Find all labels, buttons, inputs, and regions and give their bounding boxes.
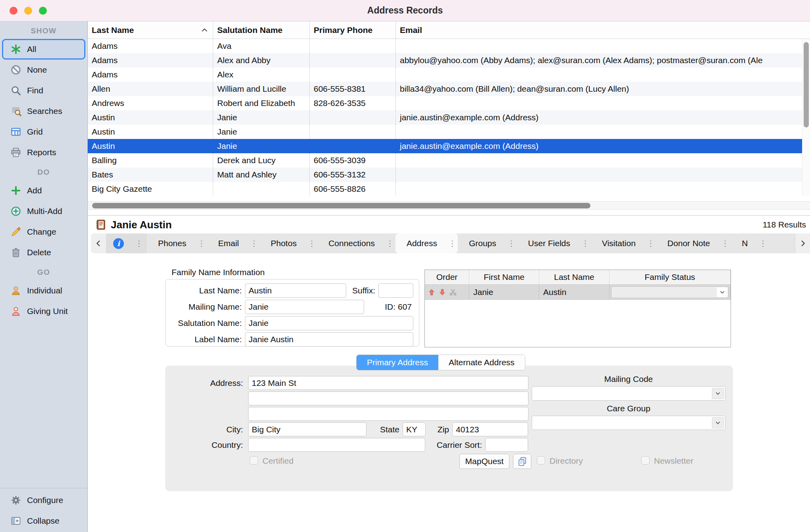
sidebar-item-add[interactable]: Add bbox=[2, 180, 85, 201]
table-row[interactable]: AndrewsRobert and Elizabeth828-626-3535 bbox=[88, 96, 802, 110]
tab-n[interactable]: N bbox=[731, 233, 768, 253]
table-cell bbox=[310, 110, 396, 125]
sidebar-item-change[interactable]: Change bbox=[2, 222, 85, 242]
mailing-code-dropdown[interactable] bbox=[532, 386, 725, 401]
tab-label: Visitation bbox=[602, 239, 636, 248]
last-name-input[interactable] bbox=[245, 283, 346, 298]
table-cell: Janie bbox=[213, 139, 310, 153]
address-tab-primary-address[interactable]: Primary Address bbox=[357, 355, 438, 370]
tab-email[interactable]: Email bbox=[207, 233, 260, 253]
tab-label: N bbox=[742, 239, 748, 248]
suffix-input[interactable] bbox=[378, 283, 413, 298]
country-input[interactable] bbox=[248, 438, 425, 452]
directory-label: Directory bbox=[550, 456, 583, 466]
care-group-dropdown[interactable] bbox=[532, 416, 725, 430]
directory-checkbox[interactable] bbox=[537, 456, 545, 465]
delete-icon bbox=[10, 247, 21, 258]
tab-groups[interactable]: Groups bbox=[458, 233, 517, 253]
table-row[interactable]: AustinJaniejanie.austin@example.com (Add… bbox=[88, 139, 802, 153]
tab-phones[interactable]: Phones bbox=[147, 233, 207, 253]
chevron-left-icon bbox=[94, 239, 103, 248]
tab-photos[interactable]: Photos bbox=[260, 233, 317, 253]
sidebar-item-searches[interactable]: Searches bbox=[2, 101, 85, 121]
table-row[interactable]: AllenWilliam and Lucille606-555-8381bill… bbox=[88, 82, 802, 96]
family-grid-family-status bbox=[609, 285, 731, 299]
family-grid-row[interactable]: JanieAustin bbox=[425, 285, 731, 300]
city-input[interactable] bbox=[248, 422, 366, 436]
individual-icon bbox=[10, 285, 21, 296]
table-row[interactable]: AustinJanie bbox=[88, 125, 802, 139]
column-header-label: Salutation Name bbox=[217, 25, 283, 35]
table-row[interactable]: AdamsAlex and Abbyabbylou@yahoo.com (Abb… bbox=[88, 53, 802, 67]
table-cell: Allen bbox=[88, 82, 213, 96]
table-row[interactable]: BatesMatt and Ashley606-555-3132 bbox=[88, 168, 802, 182]
horizontal-scrollbar-thumb[interactable] bbox=[92, 203, 590, 208]
sidebar-item-grid[interactable]: Grid bbox=[2, 121, 85, 142]
sidebar-item-none[interactable]: None bbox=[2, 60, 85, 80]
tabs-scroll-left-button[interactable] bbox=[91, 233, 106, 253]
table-row[interactable]: BallingDerek and Lucy606-555-3039 bbox=[88, 153, 802, 168]
sidebar-item-individual[interactable]: Individual bbox=[2, 280, 85, 301]
vertical-scrollbar-thumb[interactable] bbox=[804, 42, 809, 127]
sidebar-item-giving-unit[interactable]: Giving Unit bbox=[2, 301, 85, 322]
sidebar-item-delete[interactable]: Delete bbox=[2, 242, 85, 263]
table-cell: 606-555-3132 bbox=[310, 168, 396, 182]
mapquest-button[interactable]: MapQuest bbox=[459, 454, 509, 469]
column-header-email[interactable]: Email bbox=[396, 21, 802, 39]
traffic-lights bbox=[10, 7, 47, 15]
tab-donor-note[interactable]: Donor Note bbox=[656, 233, 731, 253]
sidebar-item-label: Collapse bbox=[27, 516, 60, 526]
tabs-scroll-right-button[interactable] bbox=[795, 233, 810, 253]
close-button[interactable] bbox=[10, 7, 17, 15]
column-header-last-name[interactable]: Last Name bbox=[88, 21, 213, 39]
sidebar-item-reports[interactable]: Reports bbox=[2, 142, 85, 163]
table-cell bbox=[310, 67, 396, 82]
family-grid-column-first-name: First Name bbox=[469, 270, 539, 284]
zoom-button[interactable] bbox=[39, 7, 47, 15]
sidebar-item-collapse[interactable]: Collapse bbox=[2, 511, 85, 531]
sidebar-item-configure[interactable]: Configure bbox=[2, 490, 85, 511]
address-tab-alternate-address[interactable]: Alternate Address bbox=[438, 355, 525, 370]
zip-input[interactable] bbox=[452, 422, 528, 436]
table-cell: 606-555-3039 bbox=[310, 153, 396, 168]
sidebar-item-find[interactable]: Find bbox=[2, 80, 85, 101]
tab-grip-icon bbox=[580, 239, 591, 248]
sidebar-item-all[interactable]: All bbox=[2, 39, 85, 60]
certified-checkbox[interactable] bbox=[250, 456, 258, 465]
tab-visitation[interactable]: Visitation bbox=[591, 233, 656, 253]
detach-member-button[interactable] bbox=[448, 287, 458, 297]
table-row[interactable]: AdamsAva bbox=[88, 39, 802, 53]
family-grid-last-name: Austin bbox=[539, 285, 609, 299]
sidebar-item-multi-add[interactable]: Multi-Add bbox=[2, 201, 85, 222]
label-name-label: Label Name: bbox=[171, 335, 245, 344]
tab-connections[interactable]: Connections bbox=[317, 233, 395, 253]
minimize-button[interactable] bbox=[24, 7, 32, 15]
salutation-name-input[interactable] bbox=[245, 316, 413, 330]
tab-address[interactable]: Address bbox=[395, 233, 458, 253]
address-box: Address: City: State Zip Country: Carrie… bbox=[165, 366, 733, 491]
tab-user-fields[interactable]: User Fields bbox=[517, 233, 591, 253]
move-up-button[interactable] bbox=[426, 287, 436, 297]
table-row[interactable]: AustinJaniejanie.austin@example.com (Add… bbox=[88, 110, 802, 125]
column-header-salutation-name[interactable]: Salutation Name bbox=[213, 21, 310, 39]
table-row[interactable]: AdamsAlex bbox=[88, 67, 802, 82]
newsletter-checkbox[interactable] bbox=[641, 456, 650, 465]
sidebar-sections: SHOWAllNoneFindSearchesGridReportsDOAddM… bbox=[0, 21, 87, 322]
label-name-input[interactable] bbox=[245, 332, 413, 347]
move-down-button[interactable] bbox=[437, 287, 447, 297]
tab-info[interactable] bbox=[106, 233, 147, 253]
down-arrow-icon bbox=[438, 288, 447, 297]
certified-label: Certified bbox=[262, 456, 293, 466]
table-row[interactable]: Big City Gazette606-555-8826 bbox=[88, 182, 802, 196]
family-status-dropdown[interactable] bbox=[611, 286, 729, 298]
address-line1-input[interactable] bbox=[248, 376, 528, 390]
none-icon bbox=[10, 64, 21, 75]
copy-address-button[interactable] bbox=[513, 454, 531, 469]
column-header-primary-phone[interactable]: Primary Phone bbox=[310, 21, 396, 39]
carrier-sort-input[interactable] bbox=[485, 438, 528, 452]
tab-label: Connections bbox=[328, 239, 375, 248]
address-line3-input[interactable] bbox=[248, 407, 528, 421]
mailing-name-input[interactable] bbox=[245, 300, 364, 314]
newsletter-label: Newsletter bbox=[654, 456, 693, 466]
address-line2-input[interactable] bbox=[248, 391, 528, 405]
